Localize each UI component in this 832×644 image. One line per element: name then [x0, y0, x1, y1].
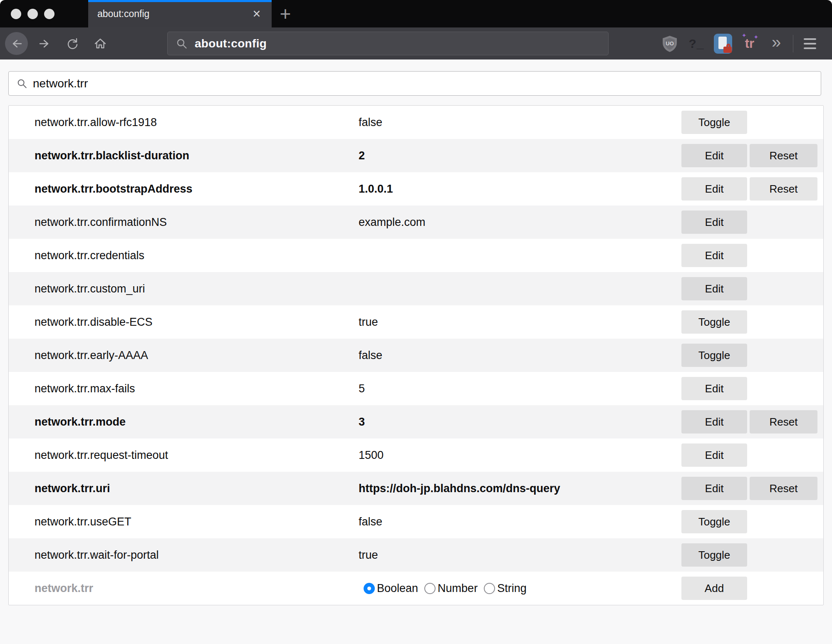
pref-name: network.trr.allow-rfc1918	[9, 116, 359, 129]
pref-name: network.trr.request-timeout	[9, 449, 359, 462]
browser-window: about:config ✕ +	[0, 0, 832, 644]
pref-name: network.trr.max-fails	[9, 382, 359, 395]
toggle-button[interactable]: Toggle	[681, 310, 747, 334]
minimize-window-button[interactable]	[27, 9, 38, 19]
ublock-badge: UO	[666, 40, 674, 47]
table-row: network.trr.max-fails 5 Edit	[9, 372, 823, 405]
radio-label: Number	[438, 582, 478, 595]
preference-search-box	[8, 71, 821, 96]
url-bar[interactable]: about:config	[167, 32, 609, 55]
edit-button[interactable]: Edit	[681, 410, 747, 433]
edit-button[interactable]: Edit	[681, 144, 747, 167]
pref-value: false	[359, 515, 681, 528]
radio-label: String	[497, 582, 527, 595]
table-row: network.trr.uri https://doh-jp.blahdns.c…	[9, 472, 823, 505]
table-row: network.trr.blacklist-duration 2 Edit Re…	[9, 139, 823, 172]
pref-name: network.trr.mode	[9, 416, 359, 429]
tab-close-icon[interactable]: ✕	[248, 0, 265, 27]
table-row: network.trr.credentials Edit	[9, 239, 823, 272]
radio-unselected-icon[interactable]	[424, 583, 436, 594]
menu-icon	[804, 38, 816, 49]
new-tab-button[interactable]: +	[272, 0, 298, 27]
preference-search-input[interactable]	[33, 72, 821, 95]
tab-title: about:config	[97, 8, 149, 20]
tab-about-config[interactable]: about:config ✕	[88, 0, 272, 27]
pref-name: network.trr.uri	[9, 482, 359, 495]
pref-name: network.trr.credentials	[9, 249, 359, 262]
edit-button[interactable]: Edit	[681, 443, 747, 467]
pref-value: true	[359, 316, 681, 329]
password-manager-button[interactable]	[710, 27, 736, 59]
pref-value: 1.0.0.1	[359, 183, 681, 196]
pref-value: example.com	[359, 216, 681, 229]
edit-button[interactable]: Edit	[681, 477, 747, 500]
zoom-window-button[interactable]	[44, 9, 54, 19]
ublock-origin-button[interactable]: UO	[656, 27, 683, 59]
toolbar-extensions: UO ?_ ✦tr✦ »	[656, 27, 823, 59]
reset-button[interactable]: Reset	[750, 144, 817, 167]
url-text: about:config	[195, 37, 267, 50]
translate-extension-button[interactable]: ✦tr✦	[736, 27, 763, 59]
edit-button[interactable]: Edit	[681, 377, 747, 400]
edit-button[interactable]: Edit	[681, 277, 747, 300]
table-row: network.trr.disable-ECS true Toggle	[9, 305, 823, 339]
toolbar-divider	[793, 35, 793, 52]
preferences-table: network.trr.allow-rfc1918 false Toggle n…	[8, 105, 824, 605]
add-preference-row: network.trr Boolean Number S	[9, 572, 823, 605]
toggle-button[interactable]: Toggle	[681, 543, 747, 567]
about-config-page: network.trr.allow-rfc1918 false Toggle n…	[0, 71, 832, 644]
edit-button[interactable]: Edit	[681, 244, 747, 267]
search-icon	[17, 78, 27, 89]
reset-button[interactable]: Reset	[750, 410, 817, 433]
search-icon	[176, 38, 188, 50]
forward-button[interactable]	[33, 32, 56, 55]
active-tab-indicator	[88, 0, 272, 2]
close-window-button[interactable]	[11, 9, 21, 19]
nav-toolbar: about:config UO ?_	[0, 27, 832, 59]
pref-value: true	[359, 549, 681, 562]
table-row: network.trr.bootstrapAddress 1.0.0.1 Edi…	[9, 172, 823, 206]
edit-button[interactable]: Edit	[681, 177, 747, 201]
pref-value: 3	[359, 416, 681, 429]
pref-name: network.trr.wait-for-portal	[9, 549, 359, 562]
pref-value: 2	[359, 149, 681, 162]
table-row: network.trr.custom_uri Edit	[9, 272, 823, 305]
pref-name: network.trr.blacklist-duration	[9, 149, 359, 162]
pref-name: network.trr.early-AAAA	[9, 349, 359, 362]
app-menu-button[interactable]	[797, 27, 823, 59]
radio-label: Boolean	[377, 582, 418, 595]
table-row: network.trr.mode 3 Edit Reset	[9, 405, 823, 438]
radio-option-boolean[interactable]: Boolean	[364, 582, 418, 595]
reload-button[interactable]	[61, 32, 84, 55]
table-row: network.trr.wait-for-portal true Toggle	[9, 538, 823, 572]
reload-icon	[66, 37, 79, 50]
traffic-lights	[11, 9, 54, 19]
password-lock-icon	[714, 34, 732, 54]
radio-selected-icon[interactable]	[364, 583, 375, 594]
nav-buttons	[5, 27, 111, 59]
pref-name: network.trr.confirmationNS	[9, 216, 359, 229]
ublock-shield-icon: UO	[662, 35, 678, 52]
pref-value: false	[359, 349, 681, 362]
pref-value: 1500	[359, 449, 681, 462]
reset-button[interactable]: Reset	[750, 477, 817, 500]
toggle-button[interactable]: Toggle	[681, 111, 747, 134]
pref-value: https://doh-jp.blahdns.com/dns-query	[359, 482, 681, 495]
new-pref-name: network.trr	[9, 582, 359, 595]
toggle-button[interactable]: Toggle	[681, 344, 747, 367]
radio-option-string[interactable]: String	[484, 582, 527, 595]
terminal-extension-button[interactable]: ?_	[683, 27, 710, 59]
titlebar: about:config ✕ +	[0, 0, 832, 27]
table-row: network.trr.allow-rfc1918 false Toggle	[9, 106, 823, 139]
back-button[interactable]	[5, 32, 28, 55]
terminal-question-icon: ?_	[688, 37, 704, 51]
toggle-button[interactable]: Toggle	[681, 510, 747, 533]
add-button[interactable]: Add	[681, 577, 747, 600]
radio-option-number[interactable]: Number	[424, 582, 478, 595]
edit-button[interactable]: Edit	[681, 211, 747, 234]
pref-name: network.trr.custom_uri	[9, 282, 359, 295]
overflow-menu-button[interactable]: »	[763, 27, 790, 59]
radio-unselected-icon[interactable]	[484, 583, 495, 594]
reset-button[interactable]: Reset	[750, 177, 817, 201]
home-button[interactable]	[89, 32, 111, 55]
